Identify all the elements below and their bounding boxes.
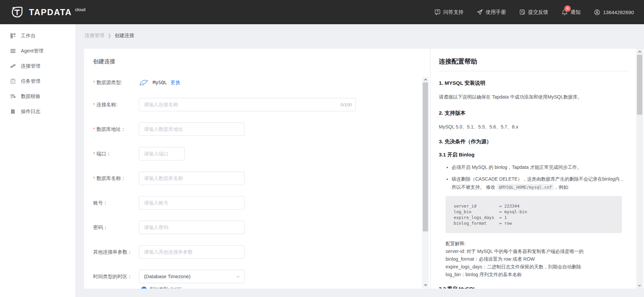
bullet-item: 级连删除（CASCADE DELETE），这类由数据库产生的删除不会记录在bin…	[452, 175, 629, 191]
paper-plane-icon	[477, 9, 483, 15]
nav-qa-support-label: 问答支持	[443, 9, 463, 15]
dashboard-icon	[10, 33, 16, 39]
username-input[interactable]	[139, 196, 244, 210]
help-scrollbar-thumb[interactable]	[637, 55, 642, 115]
config-explanation-line: server-id: 对于 MySQL 中的每个服务器和复制客户端必须是唯一的	[446, 248, 629, 255]
timezone-row: 时间类型的时区： (Database Timezone)	[93, 270, 430, 283]
username-label: 账号：	[93, 200, 139, 206]
nav-account[interactable]: 13644282690	[594, 9, 634, 15]
sidebar-item-connections[interactable]: 连接管理	[0, 59, 75, 74]
password-input[interactable]	[139, 221, 244, 234]
breadcrumb-connections-link[interactable]: 连接管理	[85, 32, 104, 39]
connection-name-row: *连接名称: 0/100	[93, 98, 430, 111]
code-line: log_bin = mysql-bin	[454, 209, 614, 215]
bullet-item: 必须开启 MySQL 的 binlog，Tapdata 才能正常完成同步工作。	[452, 163, 629, 171]
logo-wordmark: TAPDATA	[29, 7, 72, 17]
brand-logo[interactable]: TAPDATA cloud	[10, 5, 85, 19]
form-scrollbar[interactable]	[422, 77, 429, 288]
nav-notifications[interactable]: 4 通知	[562, 9, 580, 15]
config-explanation: 配置解释: server-id: 对于 MySQL 中的每个服务器和复制客户端必…	[446, 240, 629, 279]
port-label: *端口：	[93, 151, 139, 157]
help-title: 连接配置帮助	[439, 57, 629, 71]
help-section-3-heading: 3. 先决条件（作为源）	[439, 138, 629, 145]
header-nav: 问答支持 使用手册 提交反馈 4 通知	[434, 9, 634, 15]
config-explanation-line: expire_logs_days：二进制日志文件保留的天数，到期会自动删除	[446, 263, 629, 271]
connection-name-label: *连接名称:	[93, 102, 139, 108]
nav-account-label: 13644282690	[603, 9, 634, 15]
connection-params-input[interactable]	[139, 245, 244, 259]
help-scrollbar[interactable]	[636, 49, 643, 289]
help-section-32-heading: 3.2 重启 MySQL	[439, 286, 629, 289]
scroll-down-arrow-icon[interactable]	[636, 283, 643, 288]
nav-feedback[interactable]: 提交反馈	[519, 9, 548, 15]
config-explanation-title: 配置解释:	[446, 240, 629, 248]
database-name-input[interactable]	[139, 172, 244, 185]
nav-user-manual[interactable]: 使用手册	[477, 9, 506, 15]
create-connection-form-card: 创建连接 *数据源类型: MySQL 更换 *连接名称:	[84, 49, 430, 289]
database-host-input[interactable]	[139, 122, 244, 136]
sidebar-item-label: 数据校验	[21, 93, 40, 100]
timezone-select[interactable]: (Database Timezone)	[139, 270, 244, 283]
feedback-icon	[519, 9, 525, 15]
form-scrollbar-thumb[interactable]	[423, 82, 428, 231]
form-title: 创建连接	[93, 58, 430, 65]
timezone-label: 时间类型的时区：	[93, 273, 139, 280]
chevron-down-icon	[236, 274, 240, 279]
nav-qa-support[interactable]: 问答支持	[434, 9, 463, 15]
port-input[interactable]	[139, 147, 185, 160]
password-row: 密码：	[93, 221, 430, 234]
sidebar-item-data-validation[interactable]: 数据校验	[0, 89, 75, 104]
help-section-2-heading: 2. 支持版本	[439, 110, 629, 117]
code-line: expire_logs_days = 1	[454, 215, 614, 220]
scroll-down-arrow-icon[interactable]	[422, 283, 429, 287]
sidebar-item-label: 工作台	[21, 33, 36, 39]
sidebar-item-label: 任务管理	[21, 78, 40, 84]
logo-cloud-label: cloud	[75, 7, 85, 12]
nav-notifications-label: 通知	[570, 9, 580, 15]
help-section-2-body: MySQL 5.0、5.1、5.5、5.6、5.7、8.x	[439, 123, 629, 131]
breadcrumb: 连接管理 ❯ 创建连接	[75, 24, 644, 39]
binlog-bullet-list: 必须开启 MySQL 的 binlog，Tapdata 才能正常完成同步工作。 …	[439, 163, 629, 191]
datasource-type-label: *数据源类型:	[93, 79, 139, 86]
config-explanation-line: binlog_format：必须设置为 row 或者 ROW	[446, 255, 629, 263]
timezone-note: i 影响类型: DATE	[141, 286, 430, 289]
scroll-up-arrow-icon[interactable]	[422, 77, 429, 82]
question-icon	[434, 9, 441, 15]
sidebar-item-operation-log[interactable]: 操作日志	[0, 104, 75, 119]
sidebar-item-tasks[interactable]: 任务管理	[0, 74, 75, 89]
connection-name-input[interactable]	[139, 98, 356, 111]
timezone-note-text: 影响类型: DATE	[150, 286, 182, 289]
connection-icon	[10, 63, 16, 69]
database-host-label: *数据库地址：	[93, 126, 139, 133]
connection-params-row: 其他连接串参数：	[93, 245, 430, 259]
datasource-type-row: *数据源类型: MySQL 更换	[93, 78, 430, 87]
config-explanation-line: log_bin：binlog 序列文件的基本名称	[446, 271, 629, 279]
help-section-1-heading: 1. MYSQL 安装说明	[439, 80, 629, 87]
sidebar-item-label: 操作日志	[21, 108, 40, 115]
help-section-1-body: 请遵循以下说明以确保在 Tapdata 中成功添加和使用MySQL数据库。	[439, 93, 629, 101]
port-row: *端口：	[93, 147, 430, 160]
mysql-dolphin-icon	[139, 78, 149, 87]
scroll-up-arrow-icon[interactable]	[636, 49, 643, 54]
connection-help-panel: 连接配置帮助 1. MYSQL 安装说明 请遵循以下说明以确保在 Tapdata…	[431, 49, 644, 289]
notification-badge: 4	[564, 5, 571, 12]
username-row: 账号：	[93, 196, 430, 210]
tapdata-logo-icon	[10, 5, 24, 19]
password-label: 密码：	[93, 224, 139, 231]
code-line: server_id = 223344	[454, 203, 614, 209]
datasource-type-value: MySQL	[153, 80, 167, 85]
sidebar-item-workbench[interactable]: 工作台	[0, 28, 75, 43]
sidebar: 工作台 Agent管理 连接管理 任务管理	[0, 24, 75, 297]
change-datasource-link[interactable]: 更换	[171, 79, 180, 86]
sidebar-item-agent[interactable]: Agent管理	[0, 43, 75, 59]
database-host-row: *数据库地址：	[93, 122, 430, 136]
operation-log-icon	[10, 109, 16, 115]
main-area: 连接管理 ❯ 创建连接 创建连接 *数据源类型: MySQL 更换	[75, 24, 644, 297]
mysql-cnf-code-block: server_id = 223344 log_bin = mysql-bin e…	[446, 196, 622, 233]
help-section-31-heading: 3.1 开启 Binlog	[439, 152, 629, 158]
sidebar-item-label: Agent管理	[21, 48, 43, 54]
inline-code-path: $MYSQL_HOME/mysql.cnf	[497, 184, 554, 190]
data-validation-icon	[10, 94, 16, 100]
breadcrumb-separator-icon: ❯	[108, 33, 111, 38]
database-name-row: *数据库名称：	[93, 172, 430, 185]
